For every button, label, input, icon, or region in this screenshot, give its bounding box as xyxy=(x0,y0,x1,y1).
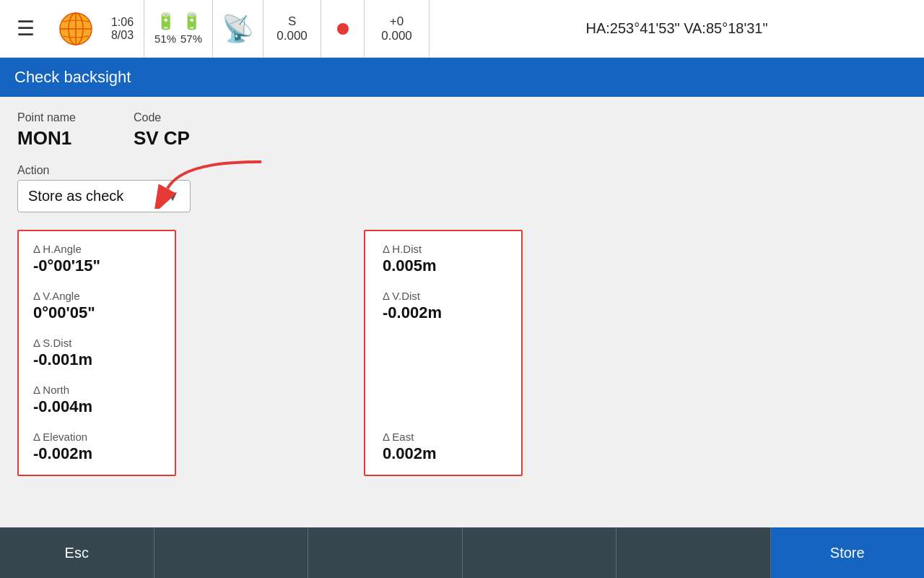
globe-icon xyxy=(58,12,93,46)
esc-button[interactable]: Esc xyxy=(0,527,154,578)
battery-display: 🔋 51% 🔋 57% xyxy=(144,0,213,57)
btn4[interactable] xyxy=(463,527,617,578)
battery1: 🔋 51% xyxy=(154,12,176,45)
battery1-icon: 🔋 xyxy=(156,12,175,31)
s-dist-item: Δ S.Dist -0.001m xyxy=(33,337,160,369)
s-dist-label: Δ S.Dist xyxy=(33,337,160,349)
action-row: Action Store as check ▼ xyxy=(17,164,907,212)
code-label: Code xyxy=(134,111,190,124)
right-panel-top: Δ H.Dist 0.005m Δ V.Dist -0.002m xyxy=(383,243,504,322)
v-dist-item: Δ V.Dist -0.002m xyxy=(383,290,504,322)
left-panel: Δ H.Angle -0°00'15" Δ V.Angle 0°00'05" Δ… xyxy=(17,230,176,476)
battery2-icon: 🔋 xyxy=(182,12,201,31)
btn2[interactable] xyxy=(154,527,309,578)
battery2: 🔋 57% xyxy=(180,12,202,45)
store-button[interactable]: Store xyxy=(771,527,925,578)
north-label: Δ North xyxy=(33,384,160,396)
v-dist-value: -0.002m xyxy=(383,303,504,322)
h-dist-value: 0.005m xyxy=(383,256,504,275)
data-panels-row: Δ H.Angle -0°00'15" Δ V.Angle 0°00'05" Δ… xyxy=(17,230,907,476)
v-angle-item: Δ V.Angle 0°00'05" xyxy=(33,290,160,322)
east-label: Δ East xyxy=(383,431,504,443)
menu-button[interactable]: ☰ xyxy=(0,0,51,57)
h-dist-item: Δ H.Dist 0.005m xyxy=(383,243,504,275)
section-header: Check backsight xyxy=(0,58,924,97)
north-item: Δ North -0.004m xyxy=(33,384,160,416)
code-value: SV CP xyxy=(134,127,190,150)
point-name-label: Point name xyxy=(17,111,76,124)
h-angle-label: Δ H.Angle xyxy=(33,243,160,255)
hamburger-icon: ☰ xyxy=(17,17,35,40)
action-select-wrapper: Action Store as check ▼ xyxy=(17,164,191,212)
code-group: Code SV CP xyxy=(134,111,190,150)
point-name-value: MON1 xyxy=(17,127,76,150)
right-panel-bottom: Δ East 0.002m xyxy=(383,431,504,463)
angles-display: HA:253°41'53" VA:85°18'31" xyxy=(430,20,924,37)
elevation-label: Δ Elevation xyxy=(33,431,160,443)
action-dropdown[interactable]: Store as check ▼ xyxy=(17,180,191,212)
record-button[interactable] xyxy=(321,0,365,57)
v-dist-label: Δ V.Dist xyxy=(383,290,504,302)
chevron-down-icon: ▼ xyxy=(165,188,180,204)
main-content: Point name MON1 Code SV CP Action Store … xyxy=(0,97,924,529)
s-display: S 0.000 xyxy=(263,0,321,57)
h-angle-value: -0°00'15" xyxy=(33,256,160,275)
btn3[interactable] xyxy=(308,527,463,578)
v-angle-label: Δ V.Angle xyxy=(33,290,160,302)
point-name-group: Point name MON1 xyxy=(17,111,76,150)
s-dist-value: -0.001m xyxy=(33,350,160,369)
east-item: Δ East 0.002m xyxy=(383,431,504,463)
north-value: -0.004m xyxy=(33,397,160,416)
right-panel: Δ H.Dist 0.005m Δ V.Dist -0.002m Δ East … xyxy=(364,230,523,476)
globe-button[interactable] xyxy=(51,12,101,46)
elevation-item: Δ Elevation -0.002m xyxy=(33,431,160,463)
fields-row: Point name MON1 Code SV CP xyxy=(17,111,907,150)
time-display: 1:06 8/03 xyxy=(101,0,144,57)
bottom-bar: Esc Store xyxy=(0,527,924,578)
btn5[interactable] xyxy=(616,527,771,578)
instrument-display: 📡 xyxy=(213,0,263,57)
elevation-value: -0.002m xyxy=(33,444,160,463)
v-angle-value: 0°00'05" xyxy=(33,303,160,322)
record-dot-icon xyxy=(337,23,349,35)
east-value: 0.002m xyxy=(383,444,504,463)
top-bar: ☰ 1:06 8/03 🔋 51% 🔋 57% 📡 S 0.000 xyxy=(0,0,924,58)
offset-display: +0 0.000 xyxy=(365,0,430,57)
h-dist-label: Δ H.Dist xyxy=(383,243,504,255)
h-angle-item: Δ H.Angle -0°00'15" xyxy=(33,243,160,275)
instrument-icon: 📡 xyxy=(222,14,254,44)
action-label: Action xyxy=(17,164,191,177)
action-dropdown-value: Store as check xyxy=(28,188,123,204)
